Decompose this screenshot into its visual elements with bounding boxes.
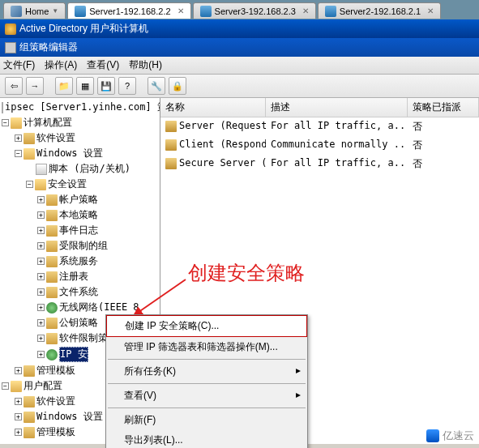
folder-icon	[24, 133, 35, 144]
separator	[108, 407, 306, 408]
tab-home[interactable]: Home ▼	[3, 2, 66, 19]
gp-title-bar[interactable]: 组策略编辑器	[0, 38, 479, 57]
watermark-text: 亿速云	[443, 429, 474, 443]
expand-icon[interactable]: +	[37, 258, 45, 265]
folder-icon	[24, 148, 35, 160]
toolbar: ⇦ → 📁 ▦ 💾 ? 🔧 🔒	[0, 75, 479, 98]
menu-bar: 文件(F) 操作(A) 查看(V) 帮助(H)	[0, 57, 479, 75]
submenu-arrow-icon: ▸	[296, 389, 301, 400]
back-button[interactable]: ⇦	[5, 77, 23, 95]
ipsec-icon	[46, 349, 58, 361]
tree-account-policy[interactable]: +帐户策略	[2, 192, 158, 207]
folder-icon	[46, 210, 58, 221]
tree-software[interactable]: + 软件设置	[2, 130, 158, 146]
tree-root[interactable]: ipsec [Server1.yinhe.com] 策	[2, 100, 158, 115]
export-button[interactable]: 💾	[97, 77, 115, 95]
list-item[interactable]: Secure Server (R... For all IP traffic, …	[160, 155, 479, 173]
expand-icon[interactable]: +	[37, 319, 45, 326]
tab-server3[interactable]: Server3-192.168.2.3 ✕	[193, 2, 316, 19]
expand-icon[interactable]: +	[37, 288, 45, 296]
tree-event-log[interactable]: +事件日志	[2, 223, 158, 238]
wireless-icon	[46, 302, 58, 314]
tree-system-services[interactable]: +系统服务	[2, 254, 158, 269]
server-icon	[200, 6, 212, 17]
menu-action[interactable]: 操作(A)	[45, 58, 77, 72]
folder-icon	[46, 287, 58, 298]
collapse-icon[interactable]: −	[2, 119, 9, 126]
policy-icon	[165, 158, 177, 169]
expand-icon[interactable]: +	[15, 429, 22, 436]
expand-icon[interactable]: +	[15, 413, 22, 420]
expand-icon[interactable]: +	[37, 211, 45, 219]
browser-tab-bar: Home ▼ Server1-192.168.2.2 ✕ Server3-192…	[0, 0, 479, 19]
expand-icon[interactable]: +	[15, 398, 22, 405]
menu-export-list[interactable]: 导出列表(L)...	[106, 430, 307, 448]
menu-file[interactable]: 文件(F)	[3, 58, 35, 72]
tab-server1[interactable]: Server1-192.168.2.2 ✕	[67, 2, 190, 19]
policy-icon	[165, 139, 177, 151]
expand-icon[interactable]: +	[37, 335, 45, 342]
up-button[interactable]: 📁	[55, 77, 73, 95]
tab-dropdown-icon[interactable]: ▼	[52, 7, 58, 15]
expand-icon[interactable]: +	[37, 196, 45, 203]
watermark-icon	[426, 429, 439, 442]
context-menu: 创建 IP 安全策略(C)... 管理 IP 筛选器表和筛选器操作(M)... …	[105, 314, 308, 448]
close-icon[interactable]: ✕	[302, 6, 309, 15]
tree-security[interactable]: − 安全设置	[2, 177, 158, 192]
annotation-label: 创建安全策略	[188, 260, 305, 286]
expand-icon[interactable]: +	[37, 304, 45, 311]
tree-scripts[interactable]: 脚本 (启动/关机)	[2, 161, 158, 177]
separator	[108, 359, 306, 360]
action1-button[interactable]: 🔧	[148, 77, 165, 95]
watermark: 亿速云	[426, 429, 474, 443]
mmc-title-bar: Active Directory 用户和计算机	[0, 19, 479, 38]
tab-server2[interactable]: Server2-192.168.2.1 ✕	[318, 2, 441, 19]
collapse-icon[interactable]: −	[15, 150, 22, 157]
close-icon[interactable]: ✕	[427, 6, 434, 15]
menu-view[interactable]: 查看(V)	[87, 58, 119, 72]
server-icon	[325, 6, 336, 17]
folder-icon	[24, 412, 35, 423]
collapse-icon[interactable]: −	[26, 181, 33, 188]
separator	[108, 383, 306, 384]
menu-help[interactable]: 帮助(H)	[129, 58, 162, 72]
list-item[interactable]: Client (Respond ... Communicate normally…	[160, 136, 479, 155]
script-icon	[36, 164, 47, 175]
col-name[interactable]: 名称	[160, 98, 266, 117]
menu-view[interactable]: 查看(V)▸	[106, 386, 307, 406]
collapse-icon[interactable]: −	[2, 382, 9, 390]
mmc-title: Active Directory 用户和计算机	[19, 22, 148, 36]
ad-icon	[5, 23, 16, 35]
expand-icon[interactable]: +	[37, 242, 45, 250]
forward-button[interactable]: →	[26, 77, 44, 95]
menu-all-tasks[interactable]: 所有任务(K)▸	[106, 361, 307, 382]
expand-icon[interactable]: +	[37, 351, 45, 358]
gp-icon	[5, 42, 16, 53]
close-icon[interactable]: ✕	[177, 6, 184, 15]
tree-computer-config[interactable]: − 计算机配置	[2, 115, 158, 130]
list-item[interactable]: Server (Request ... For all IP traffic, …	[160, 117, 479, 136]
col-assigned[interactable]: 策略已指派	[408, 98, 479, 117]
expand-icon[interactable]: +	[37, 227, 45, 234]
menu-refresh[interactable]: 刷新(F)	[106, 410, 307, 430]
folder-icon	[46, 333, 58, 344]
expand-icon[interactable]: +	[15, 134, 22, 142]
col-desc[interactable]: 描述	[266, 98, 408, 117]
tree-windows-settings[interactable]: − Windows 设置	[2, 146, 158, 161]
expand-icon[interactable]: +	[15, 367, 22, 374]
tree-restricted-groups[interactable]: +受限制的组	[2, 238, 158, 254]
menu-create-ip-policy[interactable]: 创建 IP 安全策略(C)...	[106, 315, 307, 337]
gp-title: 组策略编辑器	[19, 41, 78, 54]
expand-icon[interactable]: +	[37, 273, 45, 280]
policy-icon	[165, 121, 177, 132]
folder-icon	[11, 381, 22, 392]
properties-button[interactable]: ▦	[76, 77, 94, 95]
policy-icon	[2, 102, 3, 113]
tab-label: Server3-192.168.2.3	[215, 6, 296, 16]
action2-button[interactable]: 🔒	[169, 77, 186, 95]
folder-icon	[46, 241, 58, 252]
folder-icon	[11, 117, 22, 129]
menu-manage-filters[interactable]: 管理 IP 筛选器表和筛选器操作(M)...	[106, 337, 307, 357]
tree-local-policy[interactable]: +本地策略	[2, 207, 158, 223]
help-button[interactable]: ?	[118, 77, 136, 95]
